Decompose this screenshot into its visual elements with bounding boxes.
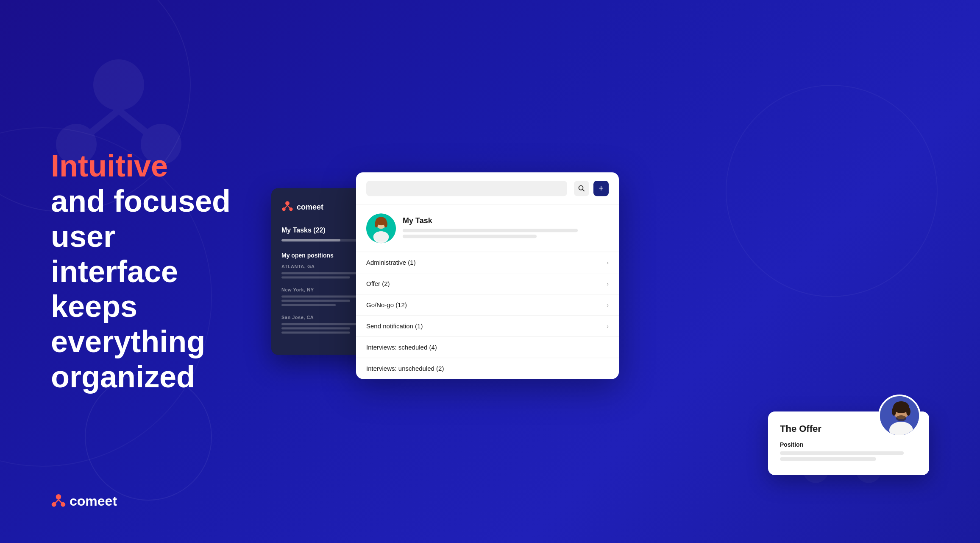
main-panel: + [356,172,619,379]
svg-line-14 [287,205,291,209]
offer-line1 [780,451,904,455]
location-bar-2c [281,304,336,306]
svg-line-37 [54,499,58,504]
offer-candidate-avatar [878,395,921,437]
task-item-notification-label: Send notification (1) [366,322,423,330]
svg-point-10 [285,201,290,205]
task-item-offer[interactable]: Offer (2) › [356,273,619,294]
add-button[interactable]: + [593,181,609,196]
offer-card: The Offer Position [768,411,929,475]
svg-point-23 [373,231,389,241]
sidebar-logo: comeet [281,201,323,213]
svg-line-19 [583,190,585,191]
location-bar-3b [281,327,350,330]
task-item-interviews-unscheduled[interactable]: Interviews: unscheduled (2) [356,358,619,379]
task-item-notification[interactable]: Send notification (1) › [356,316,619,337]
chevron-administrative: › [607,259,609,266]
bottom-logo: comeet [51,493,117,509]
svg-point-25 [375,221,378,227]
chevron-gonogo: › [607,302,609,308]
header-actions: + [574,181,609,196]
task-item-gonogo-label: Go/No-go (12) [366,301,407,308]
svg-point-34 [56,494,61,499]
svg-point-33 [896,415,906,421]
bottom-comeet-logo: comeet [51,493,117,509]
chevron-notification: › [607,323,609,330]
bottom-logo-text: comeet [70,493,117,509]
svg-point-32 [906,407,910,416]
left-section: Intuitive and focused user interface kee… [51,148,246,395]
task-info-line1 [403,229,578,232]
task-title: My Task [403,216,609,225]
headline-line4: everything [51,325,205,358]
offer-position-label: Position [780,441,917,448]
task-item-offer-label: Offer (2) [366,280,390,287]
page-content: Intuitive and focused user interface kee… [0,0,980,543]
task-header: My Task [356,205,619,252]
location-bar-1b [281,277,350,279]
task-item-interviews-scheduled[interactable]: Interviews: scheduled (4) [356,337,619,358]
headline: Intuitive and focused user interface kee… [51,148,246,395]
main-panel-header: + [356,172,619,205]
chevron-offer: › [607,280,609,287]
search-bar[interactable] [366,181,567,196]
task-item-gonogo[interactable]: Go/No-go (12) › [356,294,619,316]
task-list: Administrative (1) › Offer (2) › Go/No-g… [356,252,619,379]
accent-word: Intuitive [51,149,168,183]
svg-point-26 [384,221,387,227]
svg-line-38 [58,499,63,504]
bottom-comeet-icon [51,494,66,509]
svg-line-13 [284,205,287,209]
sidebar-comeet-icon [281,201,293,213]
sidebar-progress-fill [281,239,340,242]
search-button[interactable] [574,181,589,196]
location-bar-2b [281,300,350,302]
offer-line2 [780,457,876,461]
svg-point-31 [892,407,896,416]
task-info-line2 [403,235,537,238]
sidebar-logo-text: comeet [297,202,323,211]
headline-line2: and focused user [51,184,231,253]
task-info: My Task [403,216,609,241]
task-item-administrative[interactable]: Administrative (1) › [356,252,619,273]
task-item-administrative-label: Administrative (1) [366,259,416,266]
user-avatar [366,213,396,243]
headline-line5: organized [51,360,195,394]
mockups-container: comeet My Tasks (22) My open positions A… [271,25,929,518]
location-bar-3c [281,332,350,334]
headline-line3: interface keeps [51,255,178,324]
task-item-unscheduled-label: Interviews: unscheduled (2) [366,365,444,372]
task-item-scheduled-label: Interviews: scheduled (4) [366,344,437,351]
